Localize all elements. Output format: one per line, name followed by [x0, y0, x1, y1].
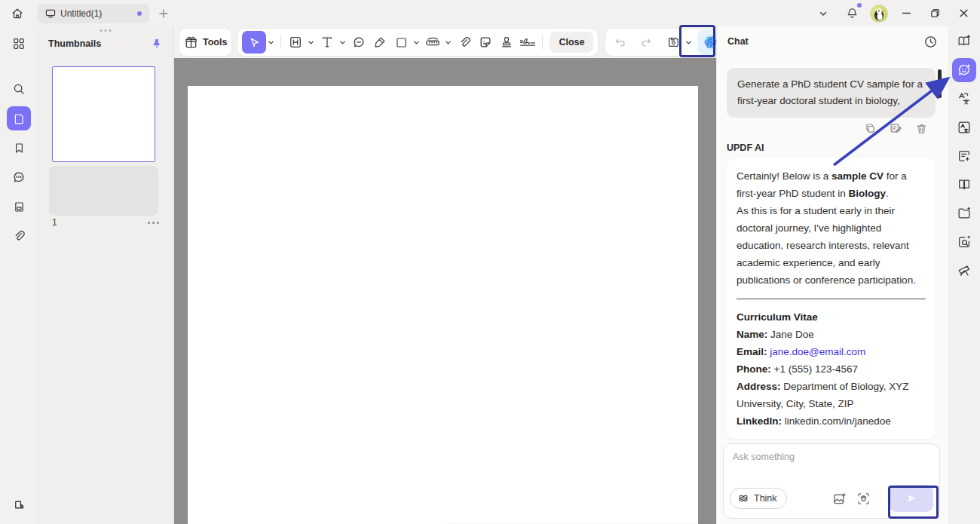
edit-message-button[interactable]: [888, 121, 903, 136]
think-mode-button[interactable]: Think: [730, 488, 787, 509]
cursor-icon: [248, 36, 261, 49]
text-t-icon: [320, 35, 334, 49]
sidebar-item-translate-page[interactable]: [952, 115, 976, 139]
batch-tools-icon: [12, 498, 26, 512]
shapes-tool-button[interactable]: [390, 31, 412, 54]
sidebar-item-ai-chat[interactable]: [952, 58, 976, 82]
shapes-tool-dropdown[interactable]: [412, 31, 421, 54]
close-window-button[interactable]: [953, 3, 974, 24]
thumbnail-page-number: 1: [52, 217, 148, 228]
folder-sparkle-icon: [957, 206, 972, 221]
measure-tool-dropdown[interactable]: [443, 31, 452, 54]
sidebar-item-translate[interactable]: [952, 87, 976, 111]
save-dropdown[interactable]: [684, 31, 693, 54]
minimize-icon: [902, 8, 911, 18]
sidebar-item-batch[interactable]: [7, 492, 31, 516]
screenshot-icon[interactable]: [856, 492, 871, 506]
tools-gift-icon: [184, 35, 198, 50]
new-tab-button[interactable]: [155, 5, 172, 22]
chevron-down-icon: [819, 9, 828, 18]
send-icon: [905, 492, 917, 504]
sidebar-item-pages[interactable]: [7, 195, 31, 219]
text-tool-button[interactable]: [317, 31, 338, 54]
square-shape-icon: [395, 36, 408, 49]
page-icon: [13, 112, 26, 125]
titlebar-dropdown-button[interactable]: [813, 3, 834, 24]
user-avatar[interactable]: [870, 5, 888, 23]
ruler-icon: [425, 35, 440, 49]
cv-heading: Curriculum Vitae: [737, 308, 926, 326]
sidebar-item-thumbnails[interactable]: [7, 106, 31, 130]
ai-message-text: Certainly! Below is a sample CV for a fi…: [737, 167, 926, 289]
book-sparkle-icon: [957, 34, 972, 49]
thumbnail-menu-icon[interactable]: [148, 222, 159, 224]
ai-search-icon: [957, 234, 972, 250]
right-sidebar: [948, 26, 980, 524]
home-icon: [11, 7, 24, 20]
sidebar-item-attachments[interactable]: [7, 224, 31, 248]
canvas-background: 1 100% 1:1: [174, 58, 716, 524]
home-button[interactable]: [6, 4, 29, 23]
highlighter-tool-button[interactable]: [369, 31, 390, 54]
edit-tool-dropdown[interactable]: [306, 31, 315, 54]
minimize-button[interactable]: [896, 3, 917, 24]
restore-button[interactable]: [924, 3, 945, 24]
sidebar-item-reader[interactable]: [952, 173, 976, 197]
tools-button[interactable]: Tools: [179, 28, 232, 57]
sidebar-item-ai-search[interactable]: [952, 230, 976, 254]
select-tool-dropdown[interactable]: [266, 31, 275, 54]
page-thumbnail-1[interactable]: [52, 66, 155, 162]
sidebar-item-app-grid[interactable]: [7, 32, 31, 56]
thumbnails-panel: Thumbnails 1: [38, 26, 174, 524]
signature-tool-button[interactable]: [517, 31, 538, 54]
panel-drag-handle[interactable]: [100, 29, 112, 32]
sidebar-item-comments[interactable]: [7, 165, 31, 189]
select-tool-button[interactable]: [242, 31, 266, 54]
send-button[interactable]: [890, 485, 933, 512]
sidebar-item-ai-files[interactable]: [952, 201, 976, 225]
chat-input-field[interactable]: [733, 452, 930, 485]
user-message-bubble[interactable]: Generate a PhD student CV sample for a f…: [727, 68, 936, 118]
telescope-icon: [957, 263, 972, 278]
pin-icon[interactable]: [151, 38, 163, 50]
cv-field: LinkedIn: linkedin.com/in/janedoe: [737, 412, 926, 430]
chat-history-icon[interactable]: [923, 35, 938, 49]
plus-icon: [158, 8, 169, 19]
undo-button[interactable]: [610, 31, 631, 54]
sidebar-item-ai-summary[interactable]: [952, 144, 976, 168]
stamp-icon: [500, 35, 513, 49]
think-button-label: Think: [754, 493, 777, 504]
notifications-button[interactable]: [841, 3, 862, 24]
measure-tool-button[interactable]: [422, 31, 443, 54]
text-tool-dropdown[interactable]: [338, 31, 347, 54]
save-button[interactable]: [663, 31, 684, 54]
ai-message-bubble[interactable]: Certainly! Below is a sample CV for a fi…: [727, 158, 936, 439]
comment-bubble-icon: [12, 170, 26, 184]
cv-field: Email: jane.doe@email.com: [737, 343, 926, 360]
pdf-page[interactable]: [188, 86, 698, 524]
email-link[interactable]: jane.doe@email.com: [767, 346, 866, 357]
chat-scrollbar[interactable]: [938, 69, 942, 98]
copy-message-button[interactable]: [862, 121, 877, 136]
sidebar-item-explore[interactable]: [952, 259, 976, 283]
delete-message-button[interactable]: [914, 121, 929, 136]
cv-field: Name: Jane Doe: [737, 326, 926, 343]
add-image-icon[interactable]: [832, 492, 847, 506]
sidebar-item-ai-read[interactable]: [952, 29, 976, 54]
stamp-tool-button[interactable]: [496, 31, 517, 54]
copy-icon: [864, 122, 877, 135]
attachment-tool-button[interactable]: [454, 31, 475, 54]
chat-input-box[interactable]: Think: [723, 443, 940, 519]
cv-field: Address: Department of Biology, XYZ Univ…: [737, 378, 926, 412]
translate-page-icon: [957, 120, 972, 135]
close-tool-button[interactable]: Close: [550, 32, 593, 53]
document-tab[interactable]: Untitled(1): [38, 4, 149, 23]
sticker-icon: [479, 35, 492, 49]
sticker-tool-button[interactable]: [475, 31, 496, 54]
edit-text-tool-button[interactable]: [285, 31, 306, 54]
app-grid-icon: [12, 37, 26, 51]
sidebar-item-search[interactable]: [7, 77, 31, 101]
comment-tool-button[interactable]: [348, 31, 369, 54]
redo-button[interactable]: [635, 31, 657, 54]
sidebar-item-bookmarks[interactable]: [7, 136, 31, 160]
